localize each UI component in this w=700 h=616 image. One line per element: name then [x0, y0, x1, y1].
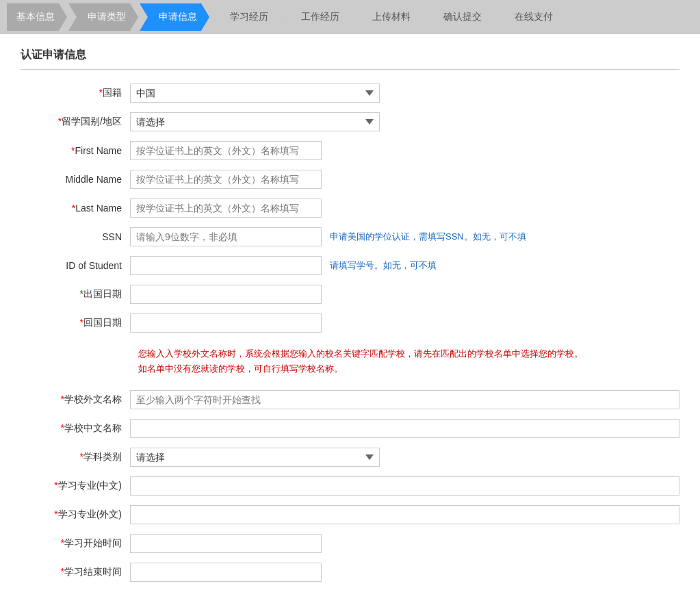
nationality-label: *国籍: [21, 87, 130, 99]
warning-line1: 您输入入学校外文名称时，系统会根据您输入的校名关键字匹配学校，请先在匹配出的学校…: [138, 346, 671, 361]
return-date-label: *回国日期: [21, 317, 130, 329]
step-7[interactable]: 确认提交: [424, 3, 494, 31]
study-country-select[interactable]: 请选择: [130, 112, 380, 131]
study-country-row: *留学国别/地区 请选择: [21, 112, 679, 131]
section-title: 认证申请信息: [21, 48, 679, 70]
study-end-row: *学习结束时间: [21, 563, 679, 582]
middle-name-input[interactable]: [130, 170, 322, 189]
study-country-label: *留学国别/地区: [21, 116, 130, 128]
major-en-label: *学习专业(外文): [21, 509, 130, 521]
study-start-row: *学习开始时间: [21, 534, 679, 553]
ssn-hint: 申请美国的学位认证，需填写SSN。如无，可不填: [330, 231, 526, 243]
nationality-row: *国籍 中国: [21, 84, 679, 103]
last-name-row: *Last Name: [21, 198, 679, 218]
first-name-label: *First Name: [21, 145, 130, 156]
subject-row: *学科类别 请选择: [21, 448, 679, 467]
ssn-input[interactable]: [130, 227, 322, 246]
student-id-hint: 请填写学号。如无，可不填: [330, 259, 437, 272]
warning-line2: 如名单中没有您就读的学校，可自行填写学校名称。: [138, 361, 671, 376]
major-cn-input[interactable]: [130, 476, 679, 496]
steps-bar: 基本信息申请类型申请信息学习经历工作经历上传材料确认提交在线支付: [0, 0, 700, 34]
first-name-input[interactable]: [130, 141, 322, 160]
study-start-input[interactable]: [130, 534, 322, 553]
main-content: 认证申请信息 *国籍 中国 *留学国别/地区 请选择 *First Name M…: [0, 34, 700, 605]
school-foreign-wrap: [130, 390, 679, 409]
ssn-row: SSN 申请美国的学位认证，需填写SSN。如无，可不填: [21, 227, 679, 246]
step-5[interactable]: 工作经历: [282, 3, 352, 31]
middle-name-label: Middle Name: [21, 174, 130, 185]
first-name-row: *First Name: [21, 141, 679, 160]
study-end-input[interactable]: [130, 563, 322, 582]
last-name-input[interactable]: [130, 198, 322, 218]
departure-date-label: *出国日期: [21, 288, 130, 300]
study-start-label: *学习开始时间: [21, 537, 130, 550]
departure-date-input[interactable]: [130, 285, 322, 304]
major-cn-wrap: [130, 476, 679, 496]
school-foreign-row: *学校外文名称: [21, 390, 679, 409]
major-cn-row: *学习专业(中文): [21, 476, 679, 496]
study-end-label: *学习结束时间: [21, 566, 130, 578]
student-id-label: ID of Student: [21, 260, 130, 271]
step-3[interactable]: 申请信息: [140, 3, 209, 31]
student-id-input[interactable]: [130, 256, 322, 275]
step-4[interactable]: 学习经历: [211, 3, 281, 31]
major-en-row: *学习专业(外文): [21, 505, 679, 524]
school-chinese-row: *学校中文名称: [21, 419, 679, 438]
step-6[interactable]: 上传材料: [353, 3, 423, 31]
return-date-input[interactable]: [130, 313, 322, 333]
step-2[interactable]: 申请类型: [68, 3, 138, 31]
major-en-wrap: [130, 505, 679, 524]
nationality-select[interactable]: 中国: [130, 84, 380, 103]
school-chinese-label: *学校中文名称: [21, 422, 130, 435]
school-foreign-label: *学校外文名称: [21, 394, 130, 406]
ssn-label: SSN: [21, 231, 130, 242]
warning-box: 您输入入学校外文名称时，系统会根据您输入的校名关键字匹配学校，请先在匹配出的学校…: [130, 342, 679, 381]
school-chinese-wrap: [130, 419, 679, 438]
subject-select[interactable]: 请选择: [130, 448, 380, 467]
major-cn-label: *学习专业(中文): [21, 480, 130, 492]
middle-name-row: Middle Name: [21, 170, 679, 189]
return-date-row: *回国日期: [21, 313, 679, 333]
major-en-input[interactable]: [130, 505, 679, 524]
school-chinese-input[interactable]: [130, 419, 679, 438]
student-id-row: ID of Student 请填写学号。如无，可不填: [21, 256, 679, 275]
step-8[interactable]: 在线支付: [495, 3, 565, 31]
school-foreign-input[interactable]: [130, 390, 679, 409]
subject-label: *学科类别: [21, 451, 130, 463]
last-name-label: *Last Name: [21, 203, 130, 214]
step-1[interactable]: 基本信息: [7, 3, 67, 31]
departure-date-row: *出国日期: [21, 285, 679, 304]
